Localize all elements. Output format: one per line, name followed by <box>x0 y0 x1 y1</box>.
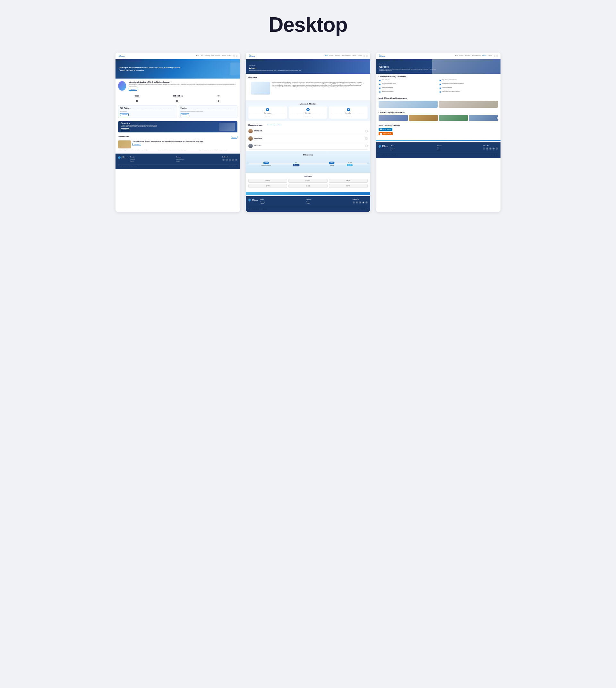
benefit-3-icon <box>379 83 381 86</box>
about-youtube-icon[interactable]: ▶ <box>362 201 365 204</box>
careers-hero: Home / Careers Careers Join Argo to coll… <box>376 59 501 74</box>
careers-search-icon[interactable] <box>494 55 496 57</box>
careers-nav-about[interactable]: About <box>455 55 458 56</box>
about-linkedin-icon[interactable]: in <box>356 201 358 204</box>
careers-menu-icon[interactable] <box>496 55 498 57</box>
careers-logo: ArgoBioPharma <box>379 54 385 58</box>
stat-49: 49 <box>199 95 237 98</box>
careers-instagram-icon[interactable]: ig <box>489 147 491 150</box>
orange-btn[interactable]: View Job Openings <box>379 132 393 135</box>
investor-5-text: 三一创新 <box>306 185 310 187</box>
news-learn-more[interactable]: Learn More <box>132 143 141 146</box>
careers-nav-careers[interactable]: Careers <box>482 55 486 56</box>
search-icon[interactable] <box>233 55 235 57</box>
about-search-icon[interactable] <box>364 55 365 57</box>
stat-15: 15 <box>118 100 156 102</box>
careers-nav-contact[interactable]: Contact <box>488 55 492 56</box>
careers-nav-icons <box>494 55 498 57</box>
news-item-3: Express! Argo Biopharma first siRNA drug… <box>199 150 237 151</box>
footer-link-contact[interactable]: Contact <box>176 161 220 162</box>
partnering-btn[interactable]: Learn More <box>120 128 129 131</box>
careers-footer-col-1: About Partnering Careers <box>391 145 434 151</box>
about-instagram-icon[interactable]: ig <box>359 201 361 204</box>
about-footer-contact[interactable]: Contact <box>306 203 350 204</box>
stat-financing: $68 million Financing Amount <box>159 95 197 98</box>
about-footer-partnering[interactable]: Partnering <box>260 201 304 203</box>
careers-footer-media[interactable]: Media <box>437 147 480 149</box>
home-hero: Focusing on the Development of Small Nuc… <box>115 59 240 78</box>
milestone-dec24-year: Dec 24 <box>292 164 299 166</box>
investor-5: 三一创新 <box>288 184 327 188</box>
logo-text: ArgoBioPharma <box>119 54 125 57</box>
careers-twitter-icon[interactable]: t <box>483 147 485 150</box>
about-nav-science[interactable]: Science <box>330 55 333 56</box>
about-footer-grid: ArgoBioPharma About Partnering Careers S… <box>248 199 368 205</box>
value-text: Full of innovative responsibility, havin… <box>330 114 366 117</box>
footer-bottom: © Copyright Argo BioPharma Inc. All righ… <box>118 164 237 167</box>
careers-footer-careers[interactable]: Careers <box>391 150 434 151</box>
twitter-icon[interactable]: t <box>222 159 225 161</box>
linkedin-icon[interactable]: in <box>225 159 228 161</box>
careers-footer-contact[interactable]: Contact <box>437 150 480 151</box>
linkedin-btn[interactable]: in View Job Openings <box>379 128 392 131</box>
footer-link-news[interactable]: News and Events <box>176 159 220 160</box>
investor-1-text: 台湾零本金 <box>265 180 270 181</box>
person-1-expand[interactable]: › <box>365 130 368 132</box>
about-nav-about[interactable]: About <box>325 55 328 56</box>
about-facebook-icon[interactable]: f <box>366 201 368 204</box>
facebook-icon[interactable]: f <box>235 159 237 161</box>
about-nav-contact[interactable]: Contact <box>358 55 361 56</box>
nav-partnering[interactable]: Partnering <box>205 55 210 56</box>
footer-link-partnering[interactable]: Partnering <box>130 159 174 160</box>
benefits-grid: Clear career path High salary & performa… <box>379 79 498 93</box>
about-nav-careers[interactable]: Careers <box>352 55 356 56</box>
careers-nav-science[interactable]: Science <box>459 55 463 56</box>
footer-link-careers[interactable]: Careers <box>130 161 174 162</box>
about-social-links: t in ig ▶ f <box>353 201 368 204</box>
news-item-1: First episode | Argo Biopharma complete … <box>118 150 157 151</box>
person-2-expand[interactable]: › <box>365 137 368 140</box>
person-2-info: Patrick Shao <box>255 138 262 139</box>
rd-learn-more[interactable]: Learn More <box>120 113 129 116</box>
menu-icon[interactable] <box>236 55 237 57</box>
about-nav-partnering[interactable]: Partnering <box>335 55 340 56</box>
person-3-expand[interactable]: › <box>365 144 368 147</box>
careers-footer-privacy: Privacy Policy | Site Map <box>489 155 498 156</box>
about-footer-social: Follow Us t in ig ▶ f <box>353 199 368 204</box>
youtube-icon[interactable]: ▶ <box>232 159 234 161</box>
rd-title: R&D Platform <box>120 107 175 109</box>
about-menu-icon[interactable] <box>366 55 368 57</box>
careers-footer-logo-text: ArgoBioPharma <box>382 145 388 147</box>
benefit-5: Birthday and holiday gifts <box>379 87 438 89</box>
careers-facebook-icon[interactable]: f <box>496 147 498 150</box>
all-news-btn[interactable]: All News <box>231 136 237 138</box>
nav-rd[interactable]: R&D <box>201 55 203 56</box>
careers-linkedin-icon[interactable]: in <box>486 147 488 150</box>
about-footer-careers[interactable]: Careers <box>260 203 304 204</box>
careers-nav-partnering[interactable]: Partnering <box>465 55 470 56</box>
careers-footer-partnering[interactable]: Partnering <box>391 147 434 149</box>
careers-accent-bar <box>376 140 501 141</box>
footer-logo-text: ArgoBioPharma <box>122 156 127 159</box>
value-icon <box>347 108 350 111</box>
benefit-1-icon <box>379 79 381 82</box>
careers-nav-news[interactable]: News and Events <box>472 55 481 56</box>
instagram-icon[interactable]: ig <box>229 159 231 161</box>
about-footer-media[interactable]: Media <box>306 201 350 203</box>
news-grid: First episode | Argo Biopharma complete … <box>118 150 237 151</box>
nav-science[interactable]: Science <box>222 55 225 56</box>
pipeline-learn-more[interactable]: Learn More <box>181 113 189 116</box>
activity-nav-next[interactable]: › <box>497 117 499 119</box>
mgmt-header: Management team Scientific Advisory Boar… <box>248 124 368 126</box>
learn-more-btn[interactable]: Learn More <box>129 88 137 91</box>
vision-text: Providing siRNA drug from today, committ… <box>290 114 326 117</box>
benefit-7-icon <box>379 91 381 93</box>
nav-contact[interactable]: Contact <box>227 55 231 56</box>
about-nav-news[interactable]: News and Events <box>342 55 350 56</box>
about-hero: Home / About About Argo is a Global RNA … <box>246 59 370 74</box>
nav-about[interactable]: About <box>196 55 199 56</box>
about-twitter-icon[interactable]: t <box>353 201 355 204</box>
people-figure <box>230 63 240 75</box>
careers-youtube-icon[interactable]: ▶ <box>492 147 495 150</box>
nav-news[interactable]: News and Events <box>212 55 220 56</box>
